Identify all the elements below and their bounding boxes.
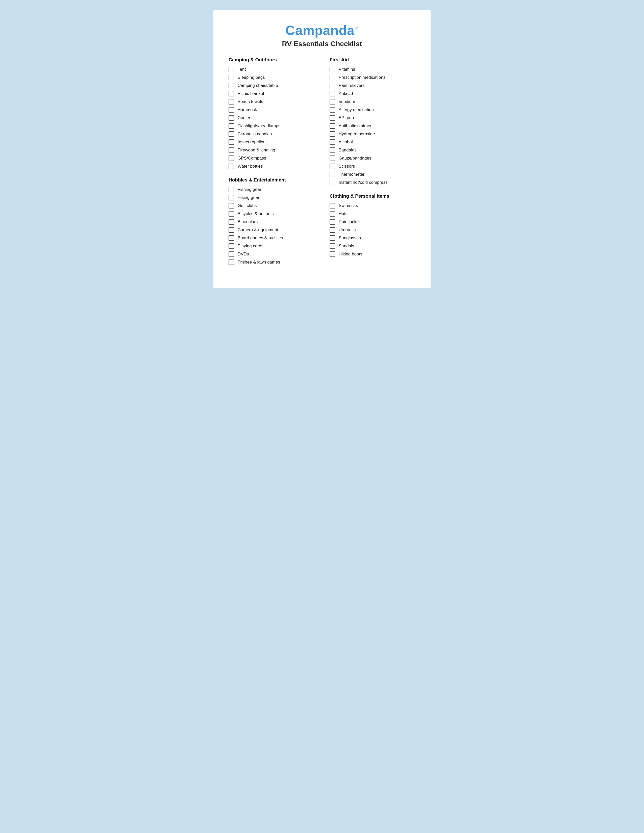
checkbox[interactable] bbox=[330, 131, 335, 137]
list-item: Camera & equipment bbox=[229, 227, 314, 233]
list-item: Alcohol bbox=[330, 139, 415, 145]
item-label: Scissors bbox=[339, 164, 355, 169]
checkbox[interactable] bbox=[330, 115, 335, 121]
list-item: Instant hot/cold compress bbox=[330, 180, 415, 185]
checkbox[interactable] bbox=[229, 131, 234, 137]
list-item: Water bottles bbox=[229, 164, 314, 169]
list-item: Playing cards bbox=[229, 243, 314, 249]
checkbox[interactable] bbox=[229, 235, 234, 241]
item-label: Allergy medication bbox=[339, 107, 374, 113]
list-item: Scissors bbox=[330, 164, 415, 169]
checkbox[interactable] bbox=[229, 67, 234, 72]
item-label: Vitamins bbox=[339, 67, 355, 72]
checkbox[interactable] bbox=[330, 180, 335, 185]
item-label: Board games & puzzles bbox=[238, 235, 283, 241]
checkbox[interactable] bbox=[330, 227, 335, 233]
checkbox[interactable] bbox=[330, 172, 335, 177]
checkbox[interactable] bbox=[229, 203, 234, 209]
hobbies-items-list: Fishing gearHiking gearGolf clubsBicycle… bbox=[229, 187, 314, 265]
item-label: Golf clubs bbox=[238, 203, 257, 208]
checkbox[interactable] bbox=[229, 164, 234, 169]
item-label: Sandals bbox=[339, 244, 354, 249]
checkbox[interactable] bbox=[229, 187, 234, 192]
section-clothing: Clothing & Personal Items SwimsuitsHatsR… bbox=[330, 193, 415, 257]
checkbox[interactable] bbox=[229, 107, 234, 113]
page: Campanda® RV Essentials Checklist Campin… bbox=[213, 10, 431, 288]
checkbox[interactable] bbox=[330, 164, 335, 169]
checkbox[interactable] bbox=[229, 99, 234, 105]
checkbox[interactable] bbox=[229, 148, 234, 153]
item-label: Beach towels bbox=[238, 99, 263, 104]
checkbox[interactable] bbox=[229, 211, 234, 217]
checkbox[interactable] bbox=[330, 75, 335, 80]
item-label: Tent bbox=[238, 67, 246, 72]
left-column: Camping & Outdoors TentSleeping bagsCamp… bbox=[229, 57, 314, 273]
checkbox[interactable] bbox=[229, 91, 234, 96]
checkbox[interactable] bbox=[330, 219, 335, 225]
clothing-items-list: SwimsuitsHatsRain jacketUmbrellaSunglass… bbox=[330, 203, 415, 257]
list-item: Binoculars bbox=[229, 219, 314, 225]
list-item: Hydrogen peroxide bbox=[330, 131, 415, 137]
list-item: Vitamins bbox=[330, 67, 415, 72]
checkbox[interactable] bbox=[229, 115, 234, 121]
list-item: Insect repellent bbox=[229, 139, 314, 145]
checkbox[interactable] bbox=[229, 195, 234, 200]
list-item: Fishing gear bbox=[229, 187, 314, 192]
item-label: Camera & equipment bbox=[238, 227, 278, 233]
list-item: Hiking boots bbox=[330, 251, 415, 257]
section-first-aid: First Aid VitaminsPrescription medicatio… bbox=[330, 57, 415, 185]
item-label: Hiking boots bbox=[339, 252, 362, 257]
item-label: Bicycles & helmets bbox=[238, 211, 274, 216]
list-item: Swimsuits bbox=[330, 203, 415, 209]
list-item: DVDs bbox=[229, 251, 314, 257]
checkbox[interactable] bbox=[330, 67, 335, 72]
checkbox[interactable] bbox=[330, 203, 335, 209]
checkbox[interactable] bbox=[330, 243, 335, 249]
checkbox[interactable] bbox=[330, 107, 335, 113]
list-item: EPI pen bbox=[330, 115, 415, 121]
checkbox[interactable] bbox=[330, 83, 335, 88]
list-item: Sleeping bags bbox=[229, 75, 314, 80]
logo-reg: ® bbox=[354, 26, 359, 31]
first-aid-items-list: VitaminsPrescription medicationsPain rel… bbox=[330, 67, 415, 185]
item-label: Insect repellent bbox=[238, 140, 267, 145]
item-label: Swimsuits bbox=[339, 203, 358, 208]
list-item: Allergy medication bbox=[330, 107, 415, 113]
list-item: Board games & puzzles bbox=[229, 235, 314, 241]
section-hobbies: Hobbies & Entertainment Fishing gearHiki… bbox=[229, 177, 314, 265]
item-label: Prescription medications bbox=[339, 75, 385, 80]
checkbox[interactable] bbox=[229, 219, 234, 225]
item-label: Water bottles bbox=[238, 164, 263, 169]
list-item: Golf clubs bbox=[229, 203, 314, 209]
section-first-aid-title: First Aid bbox=[330, 57, 415, 63]
item-label: Instant hot/cold compress bbox=[339, 180, 388, 185]
checkbox[interactable] bbox=[229, 227, 234, 233]
checkbox[interactable] bbox=[330, 148, 335, 153]
checkbox[interactable] bbox=[330, 211, 335, 217]
checkbox[interactable] bbox=[330, 99, 335, 105]
checkbox[interactable] bbox=[330, 235, 335, 241]
item-label: Thermometer bbox=[339, 172, 364, 177]
checkbox[interactable] bbox=[330, 91, 335, 96]
checkbox[interactable] bbox=[229, 243, 234, 249]
list-item: Firewood & kindling bbox=[229, 148, 314, 153]
checkbox[interactable] bbox=[330, 156, 335, 161]
list-item: Bandaids bbox=[330, 148, 415, 153]
checkbox[interactable] bbox=[229, 139, 234, 145]
item-label: Playing cards bbox=[238, 244, 263, 249]
checkbox[interactable] bbox=[229, 83, 234, 88]
item-label: Rain jacket bbox=[339, 219, 360, 224]
item-label: Flashlights/headlamps bbox=[238, 124, 280, 129]
item-label: Picnic blanket bbox=[238, 91, 264, 96]
checkbox[interactable] bbox=[229, 156, 234, 161]
checkbox[interactable] bbox=[330, 139, 335, 145]
checkbox[interactable] bbox=[330, 123, 335, 129]
checkbox[interactable] bbox=[229, 251, 234, 257]
list-item: GPS/Compass bbox=[229, 156, 314, 161]
checkbox[interactable] bbox=[229, 259, 234, 265]
item-label: Antacid bbox=[339, 91, 353, 96]
checkbox[interactable] bbox=[229, 75, 234, 80]
list-item: Rain jacket bbox=[330, 219, 415, 225]
checkbox[interactable] bbox=[330, 251, 335, 257]
checkbox[interactable] bbox=[229, 123, 234, 129]
